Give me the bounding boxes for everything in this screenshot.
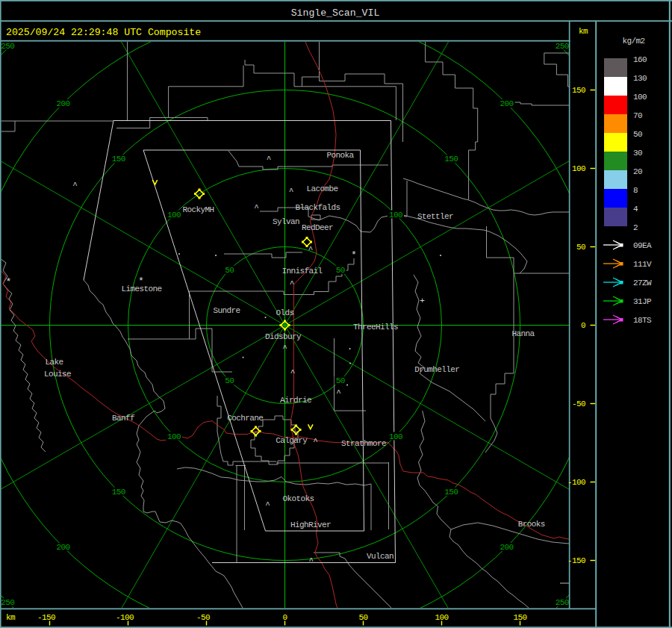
svg-text:km: km bbox=[579, 27, 588, 36]
svg-text:200: 200 bbox=[500, 543, 513, 552]
svg-text:Cochrane: Cochrane bbox=[227, 414, 263, 423]
svg-text:150: 150 bbox=[513, 613, 526, 622]
svg-text:200: 200 bbox=[56, 99, 69, 108]
svg-text:150: 150 bbox=[444, 155, 458, 164]
svg-text:4: 4 bbox=[633, 205, 638, 214]
svg-text:Sundre: Sundre bbox=[214, 306, 240, 315]
svg-text:100: 100 bbox=[167, 432, 181, 441]
svg-text:150: 150 bbox=[112, 488, 125, 497]
svg-text:50: 50 bbox=[336, 376, 345, 385]
svg-text:Lacombe: Lacombe bbox=[307, 184, 338, 193]
svg-text:Airdrie: Airdrie bbox=[280, 396, 311, 405]
svg-text:30: 30 bbox=[633, 149, 642, 158]
svg-text:20: 20 bbox=[633, 167, 642, 176]
svg-text:Stettler: Stettler bbox=[417, 212, 453, 221]
svg-text:70: 70 bbox=[633, 111, 642, 120]
svg-text:^: ^ bbox=[289, 187, 294, 196]
svg-text:Didsbury: Didsbury bbox=[265, 332, 302, 341]
svg-text:Banff: Banff bbox=[112, 414, 134, 423]
svg-text:Vulcan: Vulcan bbox=[367, 552, 393, 561]
svg-text:250: 250 bbox=[556, 598, 569, 607]
svg-text:100: 100 bbox=[389, 211, 402, 220]
svg-text:50: 50 bbox=[358, 613, 367, 622]
svg-text:100: 100 bbox=[435, 613, 448, 622]
svg-text:RockyMH: RockyMH bbox=[183, 205, 214, 214]
svg-text:^: ^ bbox=[290, 368, 296, 377]
svg-text:150: 150 bbox=[572, 86, 585, 95]
svg-text:^: ^ bbox=[72, 181, 78, 190]
svg-text:250: 250 bbox=[1, 42, 14, 51]
svg-text:-50: -50 bbox=[572, 400, 585, 408]
svg-text:2025/09/24 22:29:48 UTC Compos: 2025/09/24 22:29:48 UTC Composite bbox=[6, 27, 201, 38]
svg-text:km: km bbox=[6, 613, 16, 622]
svg-text:ThreeHills: ThreeHills bbox=[353, 323, 398, 332]
svg-text:150: 150 bbox=[112, 155, 125, 164]
svg-text:-100: -100 bbox=[116, 613, 134, 622]
svg-text:Ponoka: Ponoka bbox=[327, 151, 355, 160]
svg-text:2: 2 bbox=[633, 223, 638, 232]
svg-text:HighRiver: HighRiver bbox=[290, 520, 331, 529]
svg-text:^: ^ bbox=[336, 388, 341, 397]
svg-text:50: 50 bbox=[225, 376, 234, 385]
svg-text:8: 8 bbox=[633, 186, 638, 195]
svg-text:Okotoks: Okotoks bbox=[283, 494, 314, 503]
svg-text:111V: 111V bbox=[633, 260, 652, 269]
svg-text:Single_Scan_VIL: Single_Scan_VIL bbox=[291, 7, 380, 19]
svg-text:-50: -50 bbox=[196, 613, 210, 622]
svg-text:0: 0 bbox=[282, 613, 287, 622]
svg-text:Olds: Olds bbox=[276, 308, 294, 317]
svg-text:200: 200 bbox=[56, 543, 69, 552]
svg-text:0: 0 bbox=[581, 321, 585, 330]
svg-text:Calgary: Calgary bbox=[276, 436, 308, 445]
svg-text:-150: -150 bbox=[567, 556, 585, 565]
svg-text:Sylvan: Sylvan bbox=[273, 217, 299, 226]
svg-text:100: 100 bbox=[572, 164, 585, 173]
svg-text:Brooks: Brooks bbox=[518, 520, 545, 529]
svg-text:Innisfail: Innisfail bbox=[282, 267, 323, 276]
svg-text:Hanna: Hanna bbox=[512, 329, 535, 338]
svg-text:Strathmore: Strathmore bbox=[341, 439, 386, 448]
svg-text:50: 50 bbox=[336, 266, 345, 275]
svg-text:130: 130 bbox=[633, 74, 647, 83]
svg-text:50: 50 bbox=[225, 266, 234, 275]
svg-text:^: ^ bbox=[254, 203, 259, 212]
svg-text:250: 250 bbox=[556, 42, 569, 51]
svg-text:-100: -100 bbox=[567, 478, 585, 487]
svg-text:Louise: Louise bbox=[44, 370, 71, 379]
svg-text:-150: -150 bbox=[37, 613, 55, 622]
svg-text:09EA: 09EA bbox=[633, 241, 652, 250]
svg-text:18TS: 18TS bbox=[633, 316, 652, 325]
svg-text:^: ^ bbox=[308, 245, 314, 254]
svg-text:^: ^ bbox=[267, 155, 272, 164]
svg-text:160: 160 bbox=[633, 55, 647, 64]
svg-text:50: 50 bbox=[633, 130, 642, 139]
svg-text:^: ^ bbox=[282, 343, 287, 352]
svg-text:150: 150 bbox=[444, 488, 458, 497]
svg-text:100: 100 bbox=[633, 93, 647, 102]
svg-text:RedDeer: RedDeer bbox=[302, 223, 333, 232]
svg-text:31JP: 31JP bbox=[633, 297, 652, 306]
svg-text:50: 50 bbox=[576, 243, 585, 252]
svg-text:Lake: Lake bbox=[46, 358, 63, 367]
svg-text:^: ^ bbox=[308, 556, 314, 565]
svg-text:*: * bbox=[351, 249, 357, 261]
svg-text:^: ^ bbox=[265, 500, 270, 509]
svg-text:250: 250 bbox=[1, 598, 14, 607]
svg-text:100: 100 bbox=[389, 432, 402, 441]
svg-text:+: + bbox=[420, 296, 425, 305]
svg-text:Blackfalds: Blackfalds bbox=[296, 203, 340, 212]
svg-text:100: 100 bbox=[167, 211, 181, 220]
svg-text:^: ^ bbox=[313, 437, 318, 446]
svg-text:kg/m2: kg/m2 bbox=[623, 37, 645, 46]
svg-text:*: * bbox=[138, 276, 144, 287]
svg-text:Drumheller: Drumheller bbox=[414, 365, 459, 374]
svg-text:*: * bbox=[6, 276, 12, 287]
svg-text:200: 200 bbox=[500, 99, 513, 108]
svg-text:27ZW: 27ZW bbox=[633, 279, 652, 287]
svg-text:^: ^ bbox=[290, 279, 295, 288]
